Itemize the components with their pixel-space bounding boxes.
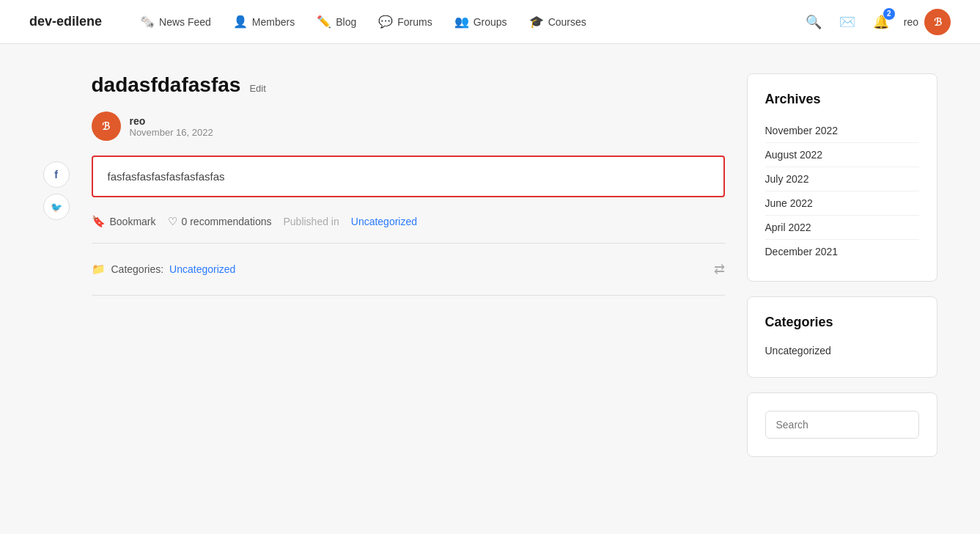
archive-item-2[interactable]: July 2022 bbox=[765, 167, 919, 191]
bookmark-label: Bookmark bbox=[110, 216, 156, 227]
nav-item-members[interactable]: 👤 Members bbox=[224, 9, 303, 34]
groups-icon: 👥 bbox=[454, 15, 469, 29]
archive-item-4[interactable]: April 2022 bbox=[765, 216, 919, 240]
page-wrapper: f 🐦 dadasfdafasfas Edit ℬ reo November 1… bbox=[29, 44, 952, 486]
notification-badge: 2 bbox=[883, 8, 895, 20]
facebook-share-button[interactable]: f bbox=[43, 161, 70, 188]
archives-card: Archives November 2022 August 2022 July … bbox=[747, 73, 937, 282]
divider-bottom bbox=[92, 295, 725, 296]
header: dev-edilene 🗞️ News Feed 👤 Members ✏️ Bl… bbox=[0, 0, 980, 44]
nav-label-forums: Forums bbox=[397, 16, 432, 28]
search-input[interactable] bbox=[765, 411, 919, 439]
categories-row: 📁 Categories: Uncategorized ⇄ bbox=[92, 255, 725, 283]
notifications-button[interactable]: 🔔 2 bbox=[870, 11, 892, 33]
main-content: dadasfdafasfas Edit ℬ reo November 16, 2… bbox=[92, 73, 725, 457]
categories-left: 📁 Categories: Uncategorized bbox=[92, 263, 236, 276]
twitter-icon: 🐦 bbox=[51, 202, 62, 213]
twitter-share-button[interactable]: 🐦 bbox=[43, 194, 70, 220]
author-row: ℬ reo November 16, 2022 bbox=[92, 111, 725, 141]
category-folder-icon: 📁 bbox=[92, 263, 106, 276]
nav-label-courses: Courses bbox=[548, 16, 586, 28]
user-menu[interactable]: reo ℬ bbox=[904, 9, 951, 35]
main-nav: 🗞️ News Feed 👤 Members ✏️ Blog 💬 Forums … bbox=[131, 9, 803, 34]
user-name-label: reo bbox=[904, 16, 918, 28]
nav-label-news-feed: News Feed bbox=[159, 16, 211, 28]
messages-button[interactable]: ✉️ bbox=[836, 11, 858, 33]
archives-title: Archives bbox=[765, 92, 919, 107]
heart-icon: ♡ bbox=[168, 215, 177, 228]
author-avatar: ℬ bbox=[92, 111, 121, 141]
nav-item-groups[interactable]: 👥 Groups bbox=[446, 9, 516, 34]
edit-link[interactable]: Edit bbox=[249, 83, 265, 94]
post-content-text: fasfasfasfasfasfasfasfas bbox=[108, 170, 225, 183]
archive-item-1[interactable]: August 2022 bbox=[765, 143, 919, 167]
bookmark-icon: 🔖 bbox=[92, 215, 106, 228]
news-feed-icon: 🗞️ bbox=[140, 15, 155, 29]
categories-sidebar-title: Categories bbox=[765, 315, 919, 330]
forums-icon: 💬 bbox=[378, 15, 393, 29]
nav-item-forums[interactable]: 💬 Forums bbox=[369, 9, 441, 34]
nav-item-news-feed[interactable]: 🗞️ News Feed bbox=[131, 9, 220, 34]
category-link[interactable]: Uncategorized bbox=[351, 216, 417, 227]
post-date: November 16, 2022 bbox=[130, 127, 213, 138]
nav-label-groups: Groups bbox=[474, 16, 507, 28]
post-title: dadasfdafasfas bbox=[92, 73, 241, 97]
members-icon: 👤 bbox=[233, 15, 248, 29]
post-content-box: fasfasfasfasfasfasfasfas bbox=[92, 156, 725, 197]
post-category-link[interactable]: Uncategorized bbox=[169, 263, 235, 275]
share-button[interactable]: ⇄ bbox=[714, 261, 725, 277]
user-avatar: ℬ bbox=[924, 9, 951, 35]
bookmark-button[interactable]: 🔖 Bookmark bbox=[92, 215, 156, 228]
archive-item-3[interactable]: June 2022 bbox=[765, 191, 919, 216]
site-logo[interactable]: dev-edilene bbox=[29, 14, 102, 29]
right-sidebar: Archives November 2022 August 2022 July … bbox=[747, 73, 937, 457]
search-card bbox=[747, 392, 937, 457]
recommendations-label: 0 recommendations bbox=[182, 216, 272, 227]
recommendations-button[interactable]: ♡ 0 recommendations bbox=[168, 215, 272, 228]
archive-item-5[interactable]: December 2021 bbox=[765, 240, 919, 263]
social-sidebar: f 🐦 bbox=[43, 73, 70, 457]
divider-top bbox=[92, 243, 725, 244]
archive-item-0[interactable]: November 2022 bbox=[765, 119, 919, 143]
courses-icon: 🎓 bbox=[529, 15, 544, 29]
search-button[interactable]: 🔍 bbox=[803, 11, 825, 33]
categories-card: Categories Uncategorized bbox=[747, 296, 937, 378]
nav-label-blog: Blog bbox=[336, 16, 356, 28]
categories-label: Categories: bbox=[111, 263, 164, 275]
category-item-0[interactable]: Uncategorized bbox=[765, 342, 919, 359]
archive-list: November 2022 August 2022 July 2022 June… bbox=[765, 119, 919, 263]
post-meta-row: 🔖 Bookmark ♡ 0 recommendations Published… bbox=[92, 215, 725, 228]
facebook-icon: f bbox=[54, 169, 58, 180]
author-info: reo November 16, 2022 bbox=[130, 115, 213, 138]
post-title-row: dadasfdafasfas Edit bbox=[92, 73, 725, 97]
author-name[interactable]: reo bbox=[130, 115, 213, 127]
meta-separator: Published in bbox=[283, 216, 339, 227]
blog-icon: ✏️ bbox=[317, 15, 331, 29]
nav-item-blog[interactable]: ✏️ Blog bbox=[308, 9, 365, 34]
header-actions: 🔍 ✉️ 🔔 2 reo ℬ bbox=[803, 9, 951, 35]
nav-label-members: Members bbox=[252, 16, 295, 28]
nav-item-courses[interactable]: 🎓 Courses bbox=[520, 9, 595, 34]
